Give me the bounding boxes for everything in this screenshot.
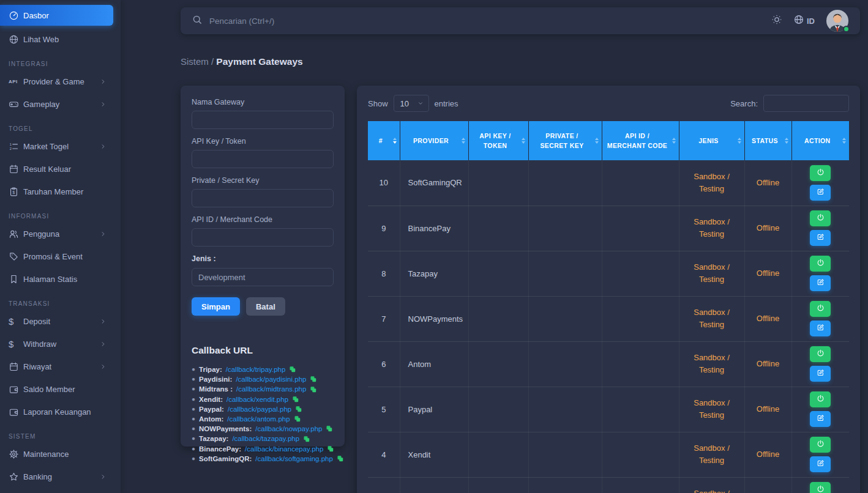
sidebar-item-lihat-web[interactable]: Lihat Web xyxy=(0,30,113,48)
chevron-right-icon xyxy=(100,341,107,347)
promo-tag-icon xyxy=(9,251,23,262)
copy-icon[interactable] xyxy=(289,366,296,373)
copy-icon[interactable] xyxy=(337,455,344,462)
language-switcher[interactable]: ID xyxy=(793,14,815,28)
action-cell xyxy=(791,296,849,341)
api-key-cell xyxy=(468,341,528,387)
page-size-select[interactable]: 10 xyxy=(394,95,429,112)
secret-key-cell xyxy=(528,432,602,477)
table-row: 3 Midtrans Sandbox / Testing Offline xyxy=(368,477,849,493)
action-cell xyxy=(791,341,849,387)
global-search[interactable]: Pencarian (Ctrl+/) xyxy=(192,14,771,28)
sidebar-item-saldo-member[interactable]: Saldo Member xyxy=(0,380,113,398)
power-toggle-button[interactable] xyxy=(810,256,831,272)
copy-icon[interactable] xyxy=(310,376,317,383)
copy-icon[interactable] xyxy=(292,396,299,403)
sidebar-item-banking[interactable]: Banking xyxy=(0,467,113,486)
online-status-dot xyxy=(843,26,850,32)
sidebar-item-taruhan-member[interactable]: $ Taruhan Member xyxy=(0,182,113,201)
status-cell: Offline xyxy=(744,206,791,251)
copy-icon[interactable] xyxy=(294,415,301,423)
sidebar-item-promosi-event[interactable]: Promosi & Event xyxy=(0,247,113,265)
column-header-status[interactable]: STATUS xyxy=(744,121,791,160)
edit-button[interactable] xyxy=(810,366,831,382)
sidebar-item-laporan-keuangan[interactable]: Laporan Keuangan xyxy=(0,402,113,421)
copy-icon[interactable] xyxy=(310,386,317,393)
field-input[interactable] xyxy=(192,228,334,247)
field-input[interactable] xyxy=(192,189,334,207)
save-button[interactable]: Simpan xyxy=(192,297,240,316)
sidebar-item-label: Banking xyxy=(23,472,100,481)
column-header-private-secret-key[interactable]: PRIVATE / SECRET KEY xyxy=(528,121,602,160)
column-header-api-key-token[interactable]: API KEY / TOKEN xyxy=(468,121,528,160)
field-input[interactable] xyxy=(192,111,334,129)
field-input[interactable] xyxy=(192,150,334,168)
column-header-api-id-merchant-code[interactable]: API ID / MERCHANT CODE xyxy=(602,121,679,160)
sidebar-item-dasbor[interactable]: Dasbor xyxy=(0,5,113,26)
edit-button[interactable] xyxy=(810,456,831,472)
breadcrumb-parent[interactable]: Sistem xyxy=(181,56,209,67)
sidebar-item-label: Result Keluar xyxy=(23,165,107,174)
edit-button[interactable] xyxy=(810,185,831,201)
cancel-button[interactable]: Batal xyxy=(246,297,285,316)
column-header-jenis[interactable]: JENIS xyxy=(679,121,744,160)
copy-icon[interactable] xyxy=(303,436,310,443)
callback-url-link[interactable]: /callback/tripay.php xyxy=(226,365,286,374)
sidebar-item-gameplay[interactable]: Gameplay xyxy=(0,95,113,113)
callback-url-link[interactable]: /callback/antom.php xyxy=(227,414,290,424)
sidebar-section-label: TRANSAKSI xyxy=(0,300,121,308)
user-avatar[interactable] xyxy=(826,9,849,32)
column-header-provider[interactable]: PROVIDER xyxy=(400,121,468,160)
jenis-select[interactable]: Development xyxy=(192,268,334,286)
sidebar-item-maintenance[interactable]: Maintenance xyxy=(0,445,113,463)
sidebar-item-provider-game[interactable]: API Provider & Game xyxy=(0,72,113,91)
callback-url-link[interactable]: /callback/midtrans.php xyxy=(236,384,306,394)
power-toggle-button[interactable] xyxy=(810,482,831,493)
sidebar-item-riwayat[interactable]: Riwayat xyxy=(0,357,113,376)
power-toggle-button[interactable] xyxy=(810,437,831,453)
power-toggle-button[interactable] xyxy=(810,391,831,407)
power-icon xyxy=(817,395,825,404)
edit-button[interactable] xyxy=(810,321,831,336)
callback-url-link[interactable]: /callback/paydisini.php xyxy=(236,374,306,384)
power-toggle-button[interactable] xyxy=(810,165,831,181)
callback-url-link[interactable]: /callback/xendit.php xyxy=(226,395,288,404)
column-header-action[interactable]: ACTION xyxy=(791,121,849,160)
callback-url-link[interactable]: /callback/binancepay.php xyxy=(245,444,323,454)
row-number-cell: 3 xyxy=(368,477,400,493)
copy-icon[interactable] xyxy=(327,445,334,453)
power-toggle-button[interactable] xyxy=(810,346,831,362)
callback-provider-name: BinancePay: xyxy=(199,444,241,454)
sort-carets-icon xyxy=(785,138,788,144)
sidebar-item-market-togel[interactable]: 12 Market Togel xyxy=(0,137,113,155)
callback-url-link[interactable]: /callback/paypal.php xyxy=(228,404,291,414)
bullet: ● xyxy=(192,395,195,404)
sidebar-item-pengguna[interactable]: Pengguna xyxy=(0,224,113,243)
sidebar-item-halaman-statis[interactable]: Halaman Statis xyxy=(0,270,113,288)
edit-icon xyxy=(817,459,825,469)
power-toggle-button[interactable] xyxy=(810,301,831,317)
theme-toggle-button[interactable] xyxy=(771,14,782,28)
sidebar-item-deposit[interactable]: $ Deposit xyxy=(0,312,113,330)
power-toggle-button[interactable] xyxy=(810,210,831,226)
callback-provider-name: Midtrans : xyxy=(199,384,233,394)
table-search-input[interactable] xyxy=(763,95,849,112)
callback-url-link[interactable]: /callback/nowpay.php xyxy=(255,424,322,434)
jenis-cell: Sandbox / Testing xyxy=(679,296,744,341)
copy-icon[interactable] xyxy=(295,406,302,413)
callback-url-link[interactable]: /callback/tazapay.php xyxy=(232,434,299,443)
callback-url-link[interactable]: /callback/softgaming.php xyxy=(255,454,333,464)
copy-icon[interactable] xyxy=(326,425,333,432)
chevron-right-icon xyxy=(100,231,107,237)
page-size-control: Show 10 entries xyxy=(368,95,458,112)
gateway-form-card: Nama Gateway API Key / Token Private / S… xyxy=(181,86,345,447)
sidebar-item-withdraw[interactable]: $ Withdraw xyxy=(0,335,113,353)
edit-button[interactable] xyxy=(810,275,831,291)
sidebar-item-result-keluar[interactable]: Result Keluar xyxy=(0,160,113,178)
edit-button[interactable] xyxy=(810,411,831,427)
wallet-icon xyxy=(9,384,23,395)
table-row: 7 NOWPayments Sandbox / Testing Offline xyxy=(368,296,849,341)
svg-text:1: 1 xyxy=(10,142,12,146)
edit-button[interactable] xyxy=(810,230,831,246)
column-header-#[interactable]: # xyxy=(368,121,400,160)
